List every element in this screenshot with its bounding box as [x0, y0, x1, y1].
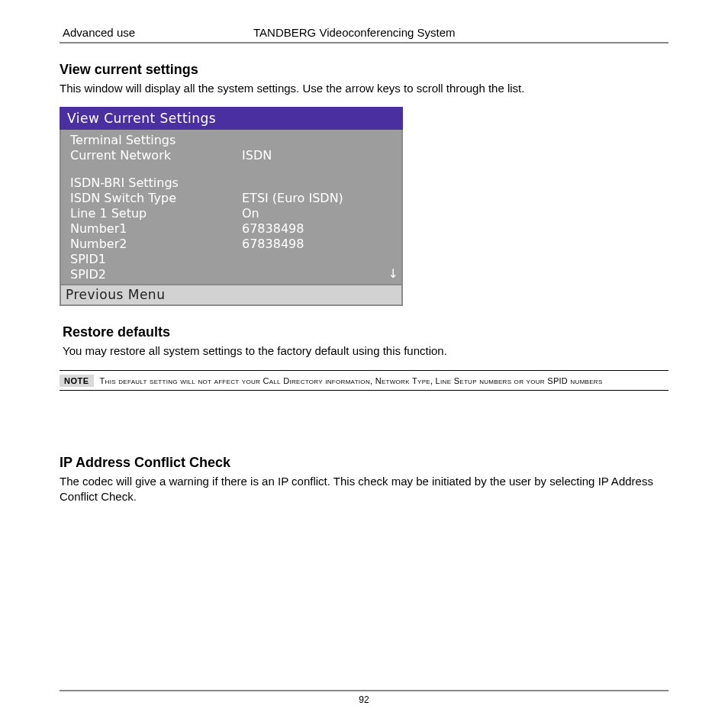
- label-number2: Number2: [70, 237, 242, 252]
- page-number: 92: [359, 694, 369, 705]
- scroll-down-icon[interactable]: ↓: [388, 266, 398, 281]
- value-number2: 67838498: [242, 237, 395, 252]
- settings-panel: View Current Settings Terminal Settings …: [60, 107, 403, 306]
- group-heading-terminal: Terminal Settings: [70, 133, 395, 148]
- row-spid2: SPID2: [70, 267, 395, 282]
- value-current-network: ISDN: [242, 148, 395, 163]
- row-line1: Line 1 Setup On: [70, 206, 395, 221]
- label-switch-type: ISDN Switch Type: [70, 191, 242, 206]
- header-left: Advanced use: [63, 26, 253, 39]
- page-header: Advanced use TANDBERG Videoconferencing …: [60, 26, 668, 43]
- group-heading-isdn-bri-label: ISDN-BRI Settings: [70, 176, 242, 191]
- document-page: Advanced use TANDBERG Videoconferencing …: [0, 0, 728, 728]
- group-heading-isdn-bri: ISDN-BRI Settings: [70, 176, 395, 191]
- row-number2: Number2 67838498: [70, 237, 395, 252]
- value-number1: 67838498: [242, 221, 395, 237]
- previous-menu-button[interactable]: Previous Menu: [60, 285, 403, 306]
- value-switch-type: ETSI (Euro ISDN): [242, 191, 395, 206]
- restore-defaults-heading: Restore defaults: [63, 324, 668, 340]
- label-current-network: Current Network: [70, 148, 242, 163]
- view-settings-heading: View current settings: [60, 62, 668, 78]
- ip-conflict-heading: IP Address Conflict Check: [60, 455, 668, 471]
- settings-panel-title: View Current Settings: [60, 107, 403, 130]
- row-switch-type: ISDN Switch Type ETSI (Euro ISDN): [70, 191, 395, 206]
- settings-panel-body: Terminal Settings Current Network ISDN I…: [60, 130, 403, 285]
- note-block: NOTE This default setting will not affec…: [60, 370, 668, 391]
- label-number1: Number1: [70, 221, 242, 237]
- view-settings-description: This window will display all the system …: [60, 81, 668, 96]
- label-spid2: SPID2: [70, 267, 242, 282]
- value-line1: On: [242, 206, 395, 221]
- note-text: This default setting will not affect you…: [100, 376, 603, 385]
- label-spid1: SPID1: [70, 252, 242, 267]
- ip-conflict-description: The codec will give a warning if there i…: [60, 474, 668, 505]
- note-badge: NOTE: [60, 375, 94, 387]
- restore-defaults-description: You may restore all system settings to t…: [63, 343, 668, 359]
- row-current-network: Current Network ISDN: [70, 148, 395, 163]
- label-line1: Line 1 Setup: [70, 206, 242, 221]
- row-number1: Number1 67838498: [70, 221, 395, 237]
- group-heading-terminal-label: Terminal Settings: [70, 133, 242, 148]
- value-spid2: [242, 267, 395, 282]
- row-spid1: SPID1: [70, 252, 395, 267]
- header-center: TANDBERG Videoconferencing System: [253, 26, 665, 39]
- value-spid1: [242, 252, 395, 267]
- page-footer: 92: [60, 690, 668, 705]
